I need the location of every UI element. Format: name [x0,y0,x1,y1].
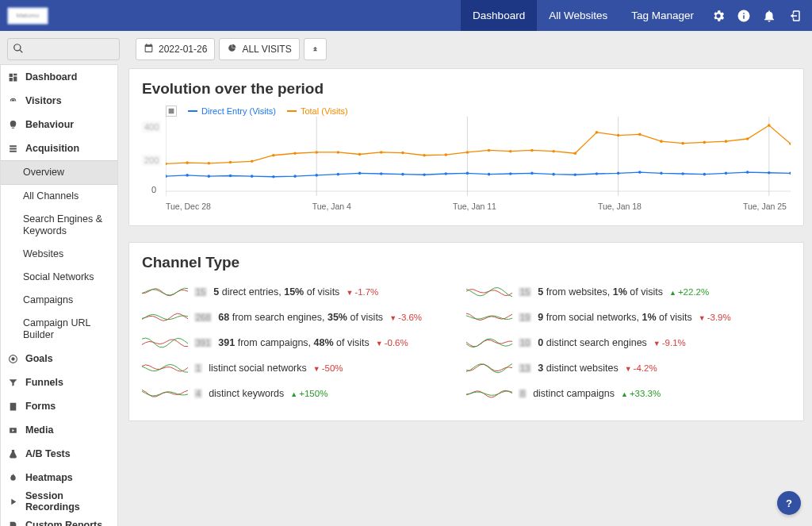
svg-point-15 [315,174,318,177]
content-area: Evolution over the period Direct Entry (… [118,64,812,526]
svg-point-64 [725,140,728,143]
channel-row[interactable]: 26868 from search engines, 35% of visits… [142,305,466,330]
svg-point-59 [617,134,620,137]
search-input[interactable] [29,44,114,56]
sidebar-dashboard[interactable]: Dashboard [1,65,117,89]
nav-all-websites[interactable]: All Websites [537,0,619,31]
svg-point-54 [509,150,512,153]
svg-point-43 [272,154,275,157]
logout-icon[interactable] [782,0,807,31]
sidebar-goals[interactable]: Goals [1,347,117,371]
svg-point-39 [186,161,189,164]
svg-point-1 [11,357,14,360]
legend-image-icon[interactable] [166,106,177,117]
sidebar-acquisition[interactable]: Acquisition [1,136,117,160]
svg-point-8 [166,175,167,178]
svg-point-33 [703,173,707,176]
y-zero-label: 0 [151,185,156,194]
svg-point-9 [186,174,189,177]
x-axis-labels: Tue, Dec 28Tue, Jan 4Tue, Jan 11Tue, Jan… [142,202,791,211]
sidebar-session-recordings[interactable]: Session Recordings [1,490,117,513]
svg-point-38 [166,163,167,166]
svg-point-63 [703,141,707,144]
date-picker[interactable]: 2022-01-26 [136,38,215,60]
svg-point-11 [229,175,232,178]
svg-point-36 [768,171,771,175]
svg-point-12 [251,175,254,178]
sidebar-forms[interactable]: Forms [1,394,117,418]
sub-all-channels[interactable]: All Channels [1,185,117,208]
svg-point-48 [380,151,383,154]
sub-search-engines[interactable]: Search Engines & Keywords [1,208,117,243]
svg-point-29 [617,172,620,175]
svg-point-41 [229,161,232,164]
logo[interactable]: Matomo [7,7,48,25]
sidebar-ab-tests[interactable]: A/B Tests [1,442,117,466]
svg-point-65 [746,137,749,140]
channel-row[interactable]: 1listinct social networks ▼-50% [142,355,466,381]
evolution-title: Evolution over the period [142,80,791,98]
svg-point-14 [293,175,297,178]
svg-point-10 [208,175,211,178]
svg-point-61 [660,140,663,143]
svg-point-40 [208,162,211,165]
svg-point-35 [746,171,749,174]
channel-row[interactable]: 100 distinct search engines ▼-9.1% [466,330,791,355]
sidebar-behaviour[interactable]: Behaviour [1,113,117,136]
svg-point-58 [596,131,599,134]
svg-point-16 [337,173,340,176]
svg-point-42 [251,159,254,163]
channel-row[interactable]: 391391 from campaigns, 48% of visits ▼-0… [142,330,466,355]
info-icon[interactable] [731,0,756,31]
svg-point-23 [488,173,491,176]
svg-point-51 [444,153,447,156]
svg-point-47 [358,153,362,156]
svg-point-17 [358,172,362,175]
channel-row[interactable]: 8 distinct campaigns ▲+33.3% [466,381,791,406]
channel-row[interactable]: 199 from social networks, 1% of visits ▼… [466,305,791,330]
channel-type-card: Channel Type 155 direct entries, 15% of … [128,242,804,421]
sidebar-custom-reports[interactable]: Custom Reports [1,513,117,526]
svg-point-55 [530,149,534,152]
nav-dashboard[interactable]: Dashboard [461,0,537,31]
gear-icon[interactable] [706,0,731,31]
expand-button[interactable] [304,38,327,60]
svg-point-32 [681,172,684,175]
toolbar: 2022-01-26 ALL VISITS [0,31,812,64]
channel-type-title: Channel Type [142,254,791,271]
sidebar-heatmaps[interactable]: Heatmaps [1,466,117,490]
svg-point-45 [315,151,318,154]
calendar-icon [144,43,154,56]
legend-total[interactable]: Total (Visits) [287,106,348,116]
svg-point-18 [380,172,383,175]
svg-point-46 [337,151,340,154]
svg-point-52 [466,151,469,154]
sub-social-networks[interactable]: Social Networks [1,266,117,289]
channel-row[interactable]: 133 distinct websites ▼-4.2% [466,355,791,381]
nav-tag-manager[interactable]: Tag Manager [619,0,706,31]
search-box[interactable] [7,38,120,60]
sidebar-media[interactable]: Media [1,418,117,442]
search-icon [13,43,24,56]
channel-row[interactable]: 155 from websites, 1% of visits ▲+22.2% [466,279,791,305]
sidebar-funnels[interactable]: Funnels [1,371,117,394]
channel-row[interactable]: 155 direct entries, 15% of visits ▼-1.7% [142,279,466,305]
svg-point-25 [530,172,534,175]
svg-point-62 [681,142,684,145]
sub-websites[interactable]: Websites [1,243,117,266]
svg-point-37 [789,172,791,175]
chart-legend: Direct Entry (Visits) Total (Visits) [142,106,791,117]
svg-point-44 [293,152,297,155]
channel-row[interactable]: 4 distinct keywords ▲+150% [142,381,466,406]
sub-overview[interactable]: Overview [1,160,117,185]
sidebar-visitors[interactable]: Visitors [1,89,117,113]
chart[interactable]: 400 200 0 Tue, Dec 28Tue, Jan 4Tue, Jan … [142,117,791,211]
sub-campaign-url-builder[interactable]: Campaign URL Builder [1,312,117,347]
legend-direct-entry[interactable]: Direct Entry (Visits) [188,106,276,116]
svg-point-21 [444,172,447,175]
segment-picker[interactable]: ALL VISITS [219,38,299,60]
help-fab[interactable]: ? [777,491,801,515]
svg-point-22 [466,172,469,175]
sub-campaigns[interactable]: Campaigns [1,289,117,312]
bell-icon[interactable] [756,0,782,31]
